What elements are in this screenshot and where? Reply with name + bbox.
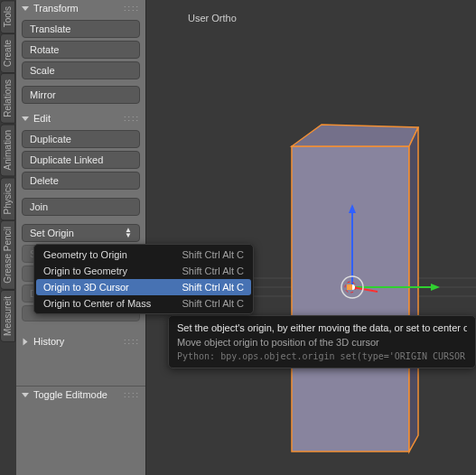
set-origin-dropdown[interactable]: Set Origin ▲▼ [22,224,140,242]
drag-icon: :::: [124,337,140,346]
disclosure-icon [23,338,28,345]
vertical-tab-strip: Tools Create Relations Animation Physics… [0,0,15,475]
menu-label: Origin to 3D Cursor [43,282,129,293]
3d-viewport[interactable]: User Ortho [147,0,476,475]
svg-marker-5 [409,127,418,452]
set-origin-menu: Geometry to Origin Shift Ctrl Alt C Orig… [33,244,254,314]
panel-title: Edit [33,113,51,124]
tooltip-python: Python: bpy.ops.object.origin_set(type='… [177,351,467,361]
panel-header-transform[interactable]: Transform :::: [16,0,145,16]
panel-title: Toggle Editmode [33,389,107,400]
svg-marker-3 [292,146,409,452]
menu-label: Geometry to Origin [43,249,127,260]
tab-relations[interactable]: Relations [0,73,15,124]
duplicate-button[interactable]: Duplicate [22,130,140,148]
panel-title: History [33,336,64,347]
panel-header-edit[interactable]: Edit :::: [16,110,145,126]
menu-item-origin-to-3d-cursor[interactable]: Origin to 3D Cursor Shift Ctrl Alt C [36,279,251,295]
tooltip-title: Set the object's origin, by either movin… [177,322,467,333]
rotate-button[interactable]: Rotate [22,41,140,59]
updown-icon: ▲▼ [125,228,132,238]
svg-marker-4 [292,125,418,146]
duplicate-linked-button[interactable]: Duplicate Linked [22,151,140,169]
tab-grease-pencil[interactable]: Grease Pencil [0,220,15,290]
disclosure-icon [22,6,29,11]
menu-label: Origin to Center of Mass [43,298,151,309]
join-button[interactable]: Join [22,198,140,216]
menu-item-geometry-to-origin[interactable]: Geometry to Origin Shift Ctrl Alt C [36,247,251,263]
tab-physics[interactable]: Physics [0,177,15,220]
tool-panel: Transform :::: Translate Rotate Scale Mi… [16,0,146,475]
panel-title: Transform [33,3,79,14]
drag-icon: :::: [124,390,140,399]
tab-tools[interactable]: Tools [0,0,15,33]
disclosure-icon [22,116,29,121]
drag-icon: :::: [124,114,140,123]
menu-shortcut: Shift Ctrl Alt C [182,249,244,260]
menu-label: Origin to Geometry [43,265,127,276]
menu-item-origin-to-center-of-mass[interactable]: Origin to Center of Mass Shift Ctrl Alt … [36,295,251,312]
tooltip: Set the object's origin, by either movin… [168,315,476,368]
tab-animation[interactable]: Animation [0,124,15,176]
panel-body-transform: Translate Rotate Scale Mirror [16,16,145,110]
panel-header-history[interactable]: History :::: [16,333,145,349]
menu-item-origin-to-geometry[interactable]: Origin to Geometry Shift Ctrl Alt C [36,263,251,279]
viewport-scene [147,0,476,475]
dropdown-label: Set Origin [30,228,74,238]
menu-shortcut: Shift Ctrl Alt C [182,298,244,309]
panel-header-toggle-editmode[interactable]: Toggle Editmode :::: [16,386,145,403]
disclosure-icon [22,393,29,397]
menu-shortcut: Shift Ctrl Alt C [182,265,244,276]
svg-marker-7 [431,284,440,291]
menu-shortcut: Shift Ctrl Alt C [182,282,244,293]
drag-icon: :::: [124,4,140,13]
tab-measureit[interactable]: Measureit [0,290,15,342]
mirror-button[interactable]: Mirror [22,86,140,104]
translate-button[interactable]: Translate [22,20,140,38]
svg-rect-14 [347,284,352,290]
tooltip-desc: Move object origin to position of the 3D… [177,337,467,348]
delete-button[interactable]: Delete [22,172,140,190]
tab-create[interactable]: Create [0,33,15,73]
scale-button[interactable]: Scale [22,61,140,79]
